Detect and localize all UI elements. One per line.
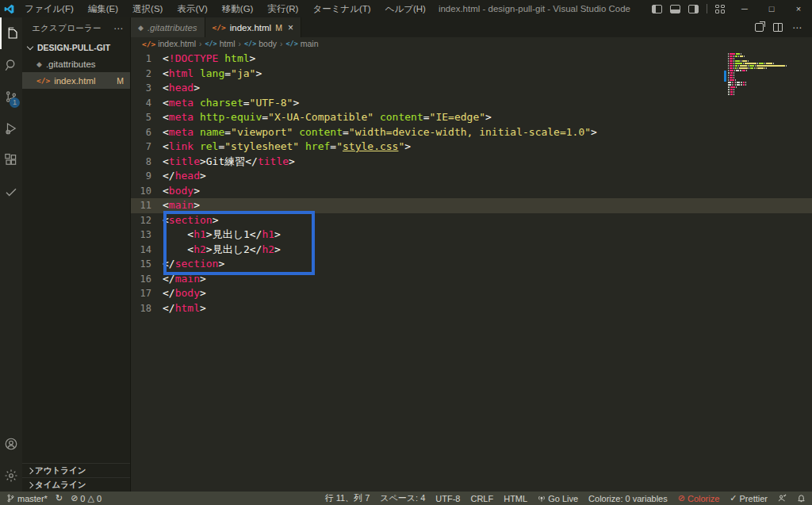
menu-run[interactable]: 実行(R) xyxy=(260,0,305,17)
line-number: 17 xyxy=(131,286,163,301)
toggle-secondary-sidebar-icon[interactable] xyxy=(688,5,699,13)
language-mode[interactable]: HTML xyxy=(504,494,527,503)
activitybar-todo-check[interactable] xyxy=(0,176,22,208)
branch-indicator[interactable]: master* xyxy=(6,494,48,503)
prettier-status[interactable]: ✓ Prettier xyxy=(730,493,768,503)
feedback-icon xyxy=(778,494,787,503)
toggle-sidebar-icon[interactable] xyxy=(652,5,662,13)
file-item-index-html[interactable]: </> index.html M xyxy=(22,72,130,89)
check-icon xyxy=(4,185,18,199)
code-line-16[interactable]: 16</main> xyxy=(131,272,812,287)
line-number: 5 xyxy=(131,110,163,125)
split-editor-icon[interactable] xyxy=(773,23,783,32)
code-line-6[interactable]: 6<meta name="viewport" content="width=de… xyxy=(131,125,812,140)
colorize-status[interactable]: ⊘ Colorize xyxy=(678,493,720,503)
code-line-5[interactable]: 5<meta http-equiv="X-UA-Compatible" cont… xyxy=(131,110,812,125)
code-line-9[interactable]: 9</head> xyxy=(131,169,812,184)
menu-terminal[interactable]: ターミナル(T) xyxy=(305,0,377,17)
line-number: 2 xyxy=(131,67,163,82)
maximize-button[interactable]: □ xyxy=(758,0,785,17)
activitybar-source-control[interactable]: 1 xyxy=(0,81,22,113)
extensions-icon xyxy=(4,153,18,167)
encoding[interactable]: UTF-8 xyxy=(435,494,460,503)
notifications-button[interactable] xyxy=(797,494,806,503)
customize-layout-icon[interactable] xyxy=(715,5,725,13)
minimize-button[interactable]: ─ xyxy=(731,0,758,17)
activitybar-settings[interactable] xyxy=(0,460,22,492)
sync-indicator[interactable]: ↻ xyxy=(56,493,63,503)
open-changes-icon[interactable] xyxy=(755,23,764,32)
breadcrumb-file[interactable]: </> index.html xyxy=(142,39,196,48)
code-text: </section> xyxy=(163,257,224,272)
timeline-label: タイムライン xyxy=(35,480,86,491)
git-branch-icon xyxy=(6,494,15,503)
indentation[interactable]: スペース: 4 xyxy=(380,492,425,504)
toggle-panel-icon[interactable] xyxy=(670,5,680,13)
error-icon: ⊘ xyxy=(71,493,78,503)
code-line-8[interactable]: 8<title>Git練習</title> xyxy=(131,155,812,170)
code-line-17[interactable]: 17</body> xyxy=(131,286,812,301)
minimap[interactable] xyxy=(728,53,804,96)
menu-selection[interactable]: 選択(S) xyxy=(125,0,170,17)
account-icon xyxy=(4,437,18,451)
code-text: </body> xyxy=(163,286,206,301)
chevron-right-icon xyxy=(27,467,33,473)
code-line-15[interactable]: 15</section> xyxy=(131,257,812,272)
code-line-18[interactable]: 18</html> xyxy=(131,301,812,316)
tab-index-html[interactable]: </> index.html M × xyxy=(205,17,301,37)
close-button[interactable]: × xyxy=(785,0,812,17)
outline-section[interactable]: アウトライン xyxy=(22,463,130,477)
line-number: 4 xyxy=(131,96,163,111)
tab-gitattributes[interactable]: ◆ .gitattributes xyxy=(131,17,205,37)
menu-help[interactable]: ヘルプ(H) xyxy=(378,0,433,17)
code-editor[interactable]: 1<!DOCTYPE html>2<html lang="ja">3<head>… xyxy=(131,50,812,492)
code-line-13[interactable]: 13 <h1>見出し1</h1> xyxy=(131,228,812,243)
code-line-3[interactable]: 3<head> xyxy=(131,81,812,96)
sidebar-more-actions[interactable]: ⋯ xyxy=(113,23,124,34)
activitybar-extensions[interactable] xyxy=(0,144,22,176)
breadcrumb-body[interactable]: </> body xyxy=(244,39,277,48)
file-name: .gitattributes xyxy=(46,59,96,69)
editor-actions: ⋯ xyxy=(755,17,812,37)
code-line-2[interactable]: 2<html lang="ja"> xyxy=(131,67,812,82)
code-line-4[interactable]: 4<meta charset="UTF-8"> xyxy=(131,96,812,111)
breadcrumb-html[interactable]: </> html xyxy=(205,39,235,48)
close-tab-icon[interactable]: × xyxy=(288,22,293,33)
menu-file[interactable]: ファイル(F) xyxy=(17,0,81,17)
eol-sequence[interactable]: CRLF xyxy=(470,494,493,503)
cursor-position[interactable]: 行 11、列 7 xyxy=(325,492,370,504)
colorize-variables[interactable]: Colorize: 0 variables xyxy=(588,494,668,503)
html-file-icon: </> xyxy=(36,76,50,85)
problems-indicator[interactable]: ⊘ 0 △ 0 xyxy=(71,493,102,503)
breadcrumb-main[interactable]: </> main xyxy=(285,39,318,48)
feedback-button[interactable] xyxy=(778,494,787,503)
code-text: </head> xyxy=(163,169,206,184)
timeline-section[interactable]: タイムライン xyxy=(22,477,130,492)
html-file-icon: </> xyxy=(142,40,155,48)
line-number: 11 xyxy=(131,198,163,213)
menu-view[interactable]: 表示(V) xyxy=(170,0,214,17)
breadcrumb-separator: › xyxy=(280,40,282,48)
activitybar-explorer[interactable] xyxy=(0,17,22,49)
file-item-gitattributes[interactable]: ◆ .gitattributes xyxy=(22,55,130,72)
scm-badge: 1 xyxy=(10,98,20,108)
menu-go[interactable]: 移動(G) xyxy=(215,0,261,17)
code-line-7[interactable]: 7<link rel="stylesheet" href="style.css"… xyxy=(131,140,812,155)
folder-section-header[interactable]: DESIGN-PULL-GIT xyxy=(22,40,130,55)
activitybar-search[interactable] xyxy=(0,49,22,81)
code-line-1[interactable]: 1<!DOCTYPE html> xyxy=(131,52,812,67)
menu-edit[interactable]: 編集(E) xyxy=(81,0,125,17)
code-line-11[interactable]: 11<main> xyxy=(131,198,812,213)
code-line-14[interactable]: 14 <h2>見出し2</h2> xyxy=(131,243,812,258)
go-live-button[interactable]: Go Live xyxy=(538,494,578,503)
more-actions-icon[interactable]: ⋯ xyxy=(792,22,802,33)
breadcrumb-separator: › xyxy=(199,40,201,48)
activitybar-account[interactable] xyxy=(0,428,22,460)
sidebar-header: エクスプローラー ⋯ xyxy=(22,17,130,40)
code-text: <link rel="stylesheet" href="style.css"> xyxy=(163,140,411,155)
line-number: 12 xyxy=(131,213,163,228)
html-file-icon: </> xyxy=(213,23,226,32)
code-line-10[interactable]: 10<body> xyxy=(131,184,812,199)
activitybar-run-debug[interactable] xyxy=(0,113,22,144)
code-line-12[interactable]: 12<section> xyxy=(131,213,812,228)
